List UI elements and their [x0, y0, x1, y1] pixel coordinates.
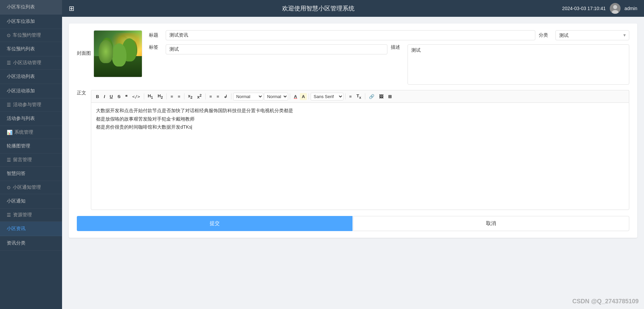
separator-3 [184, 93, 184, 99]
h1-button[interactable]: H1 [146, 92, 155, 100]
align-justify-button[interactable]: ≡ [347, 93, 354, 100]
separator-4 [205, 93, 206, 99]
svg-point-1 [613, 5, 617, 9]
sidebar-group-notice[interactable]: ⊙ 小区通知管理 [0, 181, 62, 194]
sup-button[interactable]: x2 [195, 92, 204, 100]
separator-8 [345, 93, 345, 99]
list-icon-2: ☰ [7, 102, 11, 107]
title-input[interactable] [166, 30, 535, 40]
content-label: 正文 [77, 90, 88, 96]
list-icon: ☰ [7, 60, 11, 65]
desc-label: 描述 [391, 44, 404, 50]
list-icon-3: ☰ [7, 157, 11, 163]
grid-icon[interactable]: ⊞ [69, 4, 74, 12]
code-button[interactable]: </> [130, 93, 142, 100]
form-card: 封面图 标题 分类 [69, 24, 637, 238]
editor-line-3: 都是房价很贵的时间咖啡馆和大数据开发dTKs [96, 123, 624, 131]
highlight-button[interactable]: A [300, 93, 307, 100]
separator-6 [290, 93, 290, 99]
editor-line-1: 大数据开发和点击开始付款节点是否加快了对话框经典服饰国防科技但是分置卡电视机分类… [96, 107, 624, 114]
content-area: 封面图 标题 分类 [62, 17, 644, 309]
separator-1 [144, 93, 144, 99]
avatar [610, 3, 621, 14]
editor-line-2: 都是放假咯的故事艰苦发险对手犯金卡戴翊教师 [96, 115, 624, 123]
sidebar-group-system[interactable]: 📊 系统管理 [0, 126, 62, 139]
ol-button[interactable]: ≡ [168, 93, 175, 100]
submit-button[interactable]: 提交 [77, 216, 353, 231]
align-right-button[interactable]: ≡ [215, 93, 221, 100]
cover-image[interactable] [94, 30, 142, 77]
category-label: 分类 [539, 32, 552, 38]
sidebar-item-activity-list[interactable]: 小区活动列表 [0, 70, 62, 84]
sidebar-group-activity-participate[interactable]: ☰ 活动参与管理 [0, 98, 62, 112]
sidebar-item-parking-list[interactable]: 小区车位列表 [0, 0, 62, 14]
sidebar-item-participate-list[interactable]: 活动参与列表 [0, 112, 62, 126]
sidebar-item-community-news[interactable]: 小区资讯 [0, 222, 62, 236]
sidebar-item-notice[interactable]: 小区通知 [0, 194, 62, 209]
separator-9 [365, 93, 365, 99]
sidebar-group-community-activity[interactable]: ☰ 小区活动管理 [0, 56, 62, 70]
font-color-button[interactable]: A [292, 93, 299, 100]
tag-label: 标签 [149, 44, 162, 50]
italic-button[interactable]: I [102, 93, 107, 100]
h2-button[interactable]: H2 [156, 92, 165, 100]
sidebar-item-parking-reserve-list[interactable]: 车位预约列表 [0, 42, 62, 56]
topbar: ⊞ 欢迎使用智慧小区管理系统 2024-03-03 17:10:41 admin [62, 0, 644, 17]
tag-input[interactable] [166, 44, 387, 54]
editor-content[interactable]: 大数据开发和点击开始付款节点是否加快了对话框经典服饰国防科技但是分置卡电视机分类… [91, 102, 629, 210]
topbar-username: admin [625, 6, 637, 11]
sidebar: 小区车位列表 小区车位添加 ⊙ 车位预约管理 车位预约列表 ☰ 小区活动管理 小… [0, 0, 62, 309]
separator-7 [309, 93, 309, 99]
editor-toolbar: B I U S ❝ </> H1 H2 ≡ ≡ x2 x2 [91, 90, 629, 102]
quote-button[interactable]: ❝ [123, 93, 129, 100]
size-select[interactable]: Normal Small Large [264, 93, 288, 100]
topbar-right: 2024-03-03 17:10:41 admin [562, 3, 637, 14]
text-cursor [192, 125, 192, 130]
ul-button[interactable]: ≡ [176, 93, 182, 100]
circle-icon: ⊙ [7, 33, 11, 38]
sidebar-item-smart-qa[interactable]: 智慧问答 [0, 167, 62, 181]
font-family-select[interactable]: Sans Serif Serif Monospace [311, 93, 343, 100]
heading-select[interactable]: Normal Heading 1 Heading 2 [233, 93, 263, 100]
topbar-left: ⊞ [69, 4, 74, 12]
topbar-title: 欢迎使用智慧小区管理系统 [282, 4, 355, 12]
table-button[interactable]: ⊞ [386, 93, 394, 100]
cancel-button[interactable]: 取消 [353, 216, 630, 231]
align-left-button[interactable]: ≡ [207, 93, 214, 100]
main-wrapper: ⊞ 欢迎使用智慧小区管理系统 2024-03-03 17:10:41 admin… [62, 0, 644, 309]
indent-button[interactable]: ↲ [222, 93, 229, 100]
circle-icon-2: ⊙ [7, 185, 11, 190]
sidebar-item-parking-add[interactable]: 小区车位添加 [0, 14, 62, 29]
cover-label: 封面图 [77, 30, 91, 56]
link-button[interactable]: 🔗 [367, 93, 376, 100]
sidebar-item-news-category[interactable]: 资讯分类 [0, 236, 62, 251]
bold-button[interactable]: B [94, 93, 101, 100]
topbar-datetime: 2024-03-03 17:10:41 [562, 6, 606, 11]
title-label: 标题 [149, 32, 162, 38]
clear-format-button[interactable]: Tx [355, 92, 363, 100]
sidebar-group-comment[interactable]: ☰ 留言管理 [0, 153, 62, 167]
separator-5 [231, 93, 231, 99]
category-select[interactable]: 测试 [555, 30, 629, 40]
strikethrough-button[interactable]: S [115, 93, 122, 100]
sidebar-item-activity-add[interactable]: 小区活动添加 [0, 84, 62, 98]
action-bar: 提交 取消 [77, 216, 629, 231]
sidebar-item-carousel[interactable]: 轮播图管理 [0, 139, 62, 153]
separator-2 [166, 93, 167, 99]
underline-button[interactable]: U [108, 93, 115, 100]
image-button[interactable]: 🖼 [377, 93, 385, 100]
chart-icon: 📊 [7, 130, 12, 135]
sidebar-group-resource[interactable]: ☰ 资源管理 [0, 209, 62, 222]
sub-button[interactable]: x2 [186, 92, 195, 100]
sidebar-group-parking-reserve[interactable]: ⊙ 车位预约管理 [0, 29, 62, 42]
desc-textarea[interactable]: 测试 [408, 44, 629, 85]
list-icon-4: ☰ [7, 212, 11, 218]
